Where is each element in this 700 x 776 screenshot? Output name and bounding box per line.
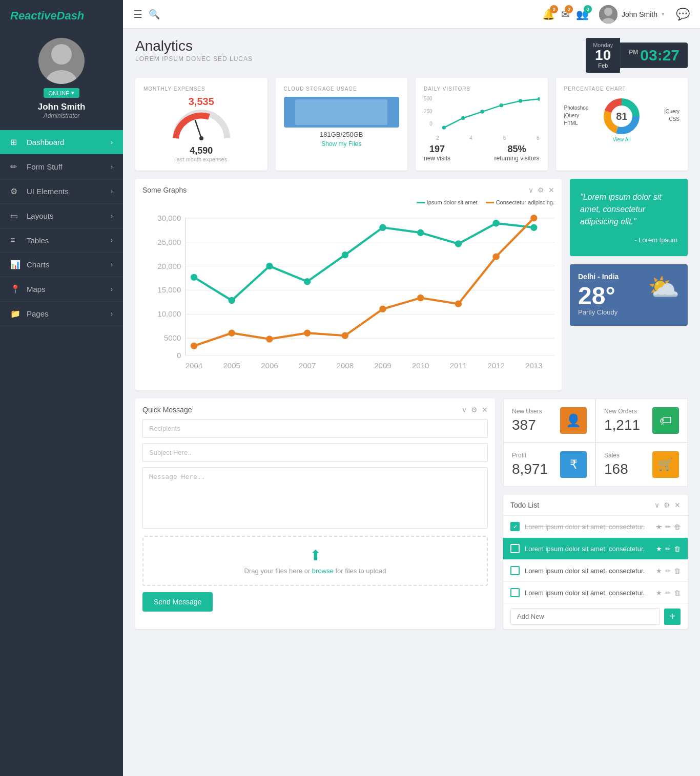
svg-text:2013: 2013 <box>525 361 543 370</box>
view-all-link[interactable]: View All <box>564 137 680 142</box>
sidebar-item-pages[interactable]: 📁 Pages › <box>0 302 123 326</box>
graph-card: Some Graphs ∨ ⚙ ✕ Ipsum dolor sit amet C… <box>135 179 562 390</box>
sales-widget: Sales 168 🛒 <box>595 443 688 487</box>
sidebar-item-maps[interactable]: 📍 Maps › <box>0 277 123 302</box>
avatar <box>38 38 85 84</box>
todo-actions-4: ★ ✏ 🗑 <box>656 589 681 597</box>
msg-card-header: Quick Message ∨ ⚙ ✕ <box>142 406 488 414</box>
bottom-section: Quick Message ∨ ⚙ ✕ ⬆ Drag your files he… <box>123 399 700 641</box>
upload-area[interactable]: ⬆ Drag your files here or browse for fil… <box>142 536 488 586</box>
todo-settings-icon[interactable]: ⚙ <box>664 501 670 509</box>
mid-right-col: "Lorem ipsum dolor sit amet, consectetur… <box>570 179 688 390</box>
star-icon[interactable]: ★ <box>656 589 662 597</box>
online-badge[interactable]: ONLINE ▾ <box>44 88 80 98</box>
delete-icon[interactable]: 🗑 <box>674 589 681 597</box>
delete-icon[interactable]: 🗑 <box>674 545 681 553</box>
todo-checkbox-2[interactable] <box>510 544 520 553</box>
page-header: Analytics LOREM IPSUM DONEC SED LUCAS Mo… <box>123 29 700 78</box>
svg-point-41 <box>492 220 499 226</box>
profit-widget: Profit 8,971 ₹ <box>503 443 595 487</box>
sales-value: 168 <box>604 461 628 477</box>
sidebar-item-dashboard[interactable]: ⊞ Dashboard › <box>0 130 123 155</box>
star-icon[interactable]: ★ <box>656 523 662 531</box>
bell-badge: 8 <box>550 5 558 13</box>
layouts-icon: ▭ <box>10 211 20 221</box>
msg-settings-icon[interactable]: ⚙ <box>471 406 478 414</box>
svg-point-50 <box>455 301 462 307</box>
svg-point-35 <box>266 263 273 269</box>
msg-close-icon[interactable]: ✕ <box>482 406 488 414</box>
todo-close-icon[interactable]: ✕ <box>674 501 681 509</box>
sidebar-item-label: UI Elements <box>27 187 69 196</box>
edit-icon[interactable]: ✏ <box>665 545 671 553</box>
new-users-value: 387 <box>512 417 542 433</box>
star-icon[interactable]: ★ <box>656 545 662 553</box>
sidebar-item-charts[interactable]: 📊 Charts › <box>0 253 123 277</box>
svg-point-11 <box>499 103 503 107</box>
delete-icon[interactable]: 🗑 <box>674 523 681 531</box>
sidebar-item-layouts[interactable]: ▭ Layouts › <box>0 204 123 228</box>
svg-point-51 <box>492 253 499 260</box>
search-icon[interactable]: 🔍 <box>149 9 160 20</box>
svg-point-7 <box>199 136 203 140</box>
subject-input[interactable] <box>142 443 488 462</box>
menu-icon[interactable]: ☰ <box>133 8 142 20</box>
stats-row: MONTHLY EXPENSES 3,535 4,590 last month … <box>123 78 700 179</box>
new-orders-icon: 🏷 <box>652 407 679 434</box>
date-box: Monday 10 Feb <box>586 38 620 73</box>
clock-widget: Monday 10 Feb PM 03:27 <box>586 38 688 73</box>
sidebar-item-ui-elements[interactable]: ⚙ UI Elements › <box>0 179 123 204</box>
sidebar-item-tables[interactable]: ≡ Tables › <box>0 228 123 253</box>
todo-checkbox-4[interactable] <box>510 588 520 597</box>
edit-icon[interactable]: ✏ <box>665 589 671 597</box>
chat-icon[interactable]: 💬 <box>676 8 690 21</box>
storage-value: 181GB/250GB <box>284 131 400 138</box>
svg-text:2012: 2012 <box>487 361 505 370</box>
widget-row-1: New Users 387 👤 New Orders 1,211 🏷 <box>503 399 688 443</box>
notifications-bell[interactable]: 🔔 8 <box>542 8 555 20</box>
quick-message-card: Quick Message ∨ ⚙ ✕ ⬆ Drag your files he… <box>135 399 495 629</box>
message-input[interactable] <box>142 467 488 529</box>
svg-text:10,000: 10,000 <box>157 309 181 318</box>
send-button[interactable]: Send Message <box>142 592 213 612</box>
svg-point-36 <box>304 278 311 285</box>
svg-line-6 <box>195 120 201 138</box>
sidebar-item-form-stuff[interactable]: ✏ Form Stuff › <box>0 155 123 179</box>
todo-item: Lorem ipsum dolor sit amet, consectetur.… <box>503 516 688 538</box>
svg-text:2007: 2007 <box>299 361 316 370</box>
show-files-link[interactable]: Show my Files <box>284 140 400 148</box>
new-orders-label: New Orders <box>604 408 640 415</box>
svg-point-47 <box>342 332 348 339</box>
sidebar-profile: ONLINE ▾ John Smith Administrator <box>0 28 123 130</box>
stats-widgets-col: New Users 387 👤 New Orders 1,211 🏷 <box>503 399 688 629</box>
graph-close-icon[interactable]: ✕ <box>548 186 554 194</box>
graph-collapse-icon[interactable]: ∨ <box>528 186 533 194</box>
mid-section: Some Graphs ∨ ⚙ ✕ Ipsum dolor sit amet C… <box>123 179 700 399</box>
weather-temp: 28° <box>578 282 615 309</box>
new-orders-widget: New Orders 1,211 🏷 <box>595 399 688 443</box>
edit-icon[interactable]: ✏ <box>665 523 671 531</box>
browse-link[interactable]: browse <box>312 567 334 575</box>
delete-icon[interactable]: 🗑 <box>674 567 681 575</box>
todo-checkbox-3[interactable] <box>510 566 520 575</box>
recipients-input[interactable] <box>142 419 488 438</box>
user-menu-chevron: ▾ <box>662 11 665 17</box>
msg-title: Quick Message <box>142 406 462 414</box>
sidebar-item-label: Tables <box>27 236 49 245</box>
upload-icon: ⬆ <box>154 547 477 564</box>
todo-collapse-icon[interactable]: ∨ <box>654 501 660 509</box>
profit-label: Profit <box>512 452 548 459</box>
todo-checkbox-1[interactable] <box>510 522 520 531</box>
star-icon[interactable]: ★ <box>656 567 662 575</box>
mail-button[interactable]: ✉ 8 <box>561 8 570 20</box>
edit-icon[interactable]: ✏ <box>665 567 671 575</box>
todo-add-button[interactable]: + <box>664 609 681 625</box>
user-menu[interactable]: John Smith ▾ <box>599 5 665 24</box>
users-button[interactable]: 👥 8 <box>576 8 589 20</box>
graph-settings-icon[interactable]: ⚙ <box>538 186 544 194</box>
msg-collapse-icon[interactable]: ∨ <box>462 406 467 414</box>
sidebar-item-label: Form Stuff <box>27 162 63 171</box>
todo-add-input[interactable] <box>510 608 660 625</box>
new-users-label: New Users <box>512 408 542 415</box>
todo-item: Lorem ipsum dolor sit amet, consectetur.… <box>503 538 688 560</box>
